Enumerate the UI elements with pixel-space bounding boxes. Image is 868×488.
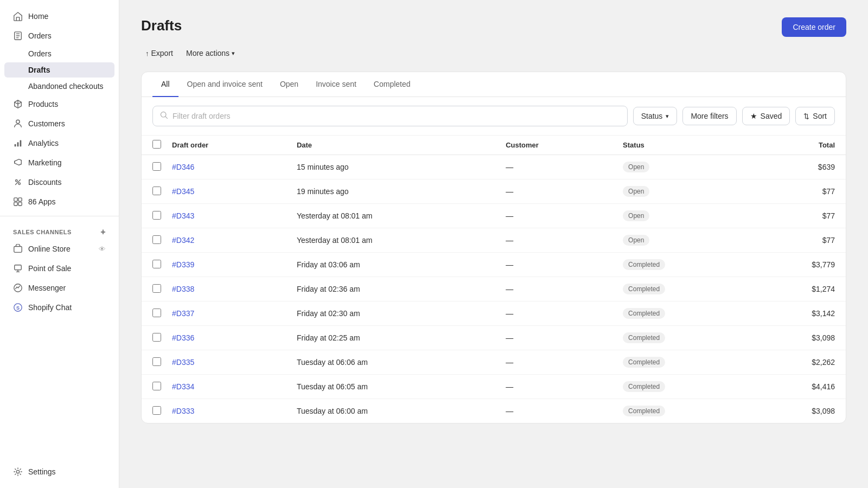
- row-checkbox[interactable]: [152, 211, 161, 220]
- draft-order-link[interactable]: #D346: [172, 163, 194, 171]
- sidebar-divider: [0, 216, 119, 216]
- row-total: $77: [749, 228, 846, 253]
- tab-invoice-sent[interactable]: Invoice sent: [307, 72, 365, 97]
- sidebar-marketing-label: Marketing: [28, 158, 61, 167]
- draft-order-link[interactable]: #D343: [172, 211, 194, 220]
- row-checkbox[interactable]: [152, 284, 161, 293]
- sort-button[interactable]: ⇅ Sort: [795, 107, 835, 125]
- row-draft-order: #D333: [161, 399, 286, 423]
- row-customer: —: [495, 399, 612, 423]
- export-icon: ↑: [145, 49, 149, 57]
- draft-order-link[interactable]: #D345: [172, 187, 194, 196]
- sidebar-item-messenger[interactable]: Messenger: [4, 279, 114, 297]
- row-customer: —: [495, 375, 612, 399]
- sidebar-settings-label: Settings: [28, 467, 56, 476]
- sidebar-item-analytics[interactable]: Analytics: [4, 134, 114, 152]
- row-checkbox-cell: [142, 253, 161, 277]
- row-status: Open: [612, 204, 749, 228]
- sidebar-subitem-drafts[interactable]: Drafts: [4, 62, 114, 78]
- draft-order-link[interactable]: #D342: [172, 236, 194, 245]
- saved-button[interactable]: ★ Saved: [742, 107, 790, 125]
- sidebar-item-chat[interactable]: S Shopify Chat: [4, 298, 114, 317]
- row-checkbox-cell: [142, 375, 161, 399]
- tab-completed[interactable]: Completed: [365, 72, 419, 97]
- row-checkbox[interactable]: [152, 357, 161, 366]
- table-row: #D342 Yesterday at 08:01 am — Open $77: [142, 228, 846, 253]
- sidebar-messenger-label: Messenger: [28, 284, 66, 292]
- row-customer: —: [495, 253, 612, 277]
- online-store-eye-icon[interactable]: 👁: [99, 245, 106, 253]
- sidebar-orders-sub-label: Orders: [28, 49, 52, 58]
- more-filters-button[interactable]: More filters: [682, 107, 736, 125]
- sidebar-subitem-abandoned[interactable]: Abandoned checkouts: [4, 79, 114, 94]
- row-checkbox[interactable]: [152, 309, 161, 317]
- tab-open-invoice[interactable]: Open and invoice sent: [178, 72, 271, 97]
- home-icon: [13, 11, 23, 21]
- sidebar-home-label: Home: [28, 12, 48, 21]
- row-checkbox[interactable]: [152, 406, 161, 415]
- draft-order-link[interactable]: #D338: [172, 285, 194, 293]
- row-draft-order: #D337: [161, 301, 286, 326]
- draft-order-link[interactable]: #D333: [172, 407, 194, 415]
- tab-all[interactable]: All: [152, 72, 178, 97]
- draft-order-link[interactable]: #D335: [172, 358, 194, 367]
- status-filter-button[interactable]: Status ▾: [633, 107, 678, 125]
- row-status: Open: [612, 228, 749, 253]
- row-checkbox-cell: [142, 399, 161, 423]
- table-row: #D334 Tuesday at 06:05 am — Completed $4…: [142, 375, 846, 399]
- row-checkbox[interactable]: [152, 382, 161, 390]
- svg-rect-4: [20, 140, 22, 147]
- sidebar-item-apps[interactable]: 86 Apps: [4, 192, 114, 211]
- sidebar-item-customers[interactable]: Customers: [4, 114, 114, 133]
- status-badge: Completed: [623, 259, 665, 270]
- sidebar-item-online-store[interactable]: Online Store 👁: [4, 240, 114, 258]
- sidebar-item-products[interactable]: Products: [4, 95, 114, 113]
- status-badge: Open: [623, 162, 649, 172]
- sidebar-item-discounts[interactable]: Discounts: [4, 173, 114, 191]
- sidebar-item-orders[interactable]: Orders: [4, 27, 114, 45]
- draft-order-link[interactable]: #D336: [172, 333, 194, 342]
- search-input[interactable]: [173, 112, 621, 120]
- create-order-button[interactable]: Create order: [782, 17, 846, 37]
- row-total: $1,274: [749, 277, 846, 301]
- sales-channels-header: SALES CHANNELS +: [0, 221, 119, 239]
- messenger-icon: [13, 283, 23, 293]
- row-checkbox[interactable]: [152, 162, 161, 171]
- export-button[interactable]: ↑ Export: [141, 46, 177, 61]
- row-checkbox-cell: [142, 228, 161, 253]
- row-customer: —: [495, 228, 612, 253]
- pos-icon: [13, 264, 23, 273]
- col-customer: Customer: [495, 136, 612, 155]
- sidebar-item-home[interactable]: Home: [4, 7, 114, 25]
- row-customer: —: [495, 326, 612, 350]
- row-checkbox[interactable]: [152, 187, 161, 195]
- draft-order-link[interactable]: #D339: [172, 260, 194, 269]
- sidebar-subitem-orders[interactable]: Orders: [4, 46, 114, 61]
- row-checkbox[interactable]: [152, 260, 161, 268]
- search-input-wrap: [152, 106, 628, 126]
- add-sales-channel-icon[interactable]: +: [100, 227, 106, 237]
- sidebar-drafts-label: Drafts: [28, 66, 50, 74]
- draft-order-link[interactable]: #D334: [172, 382, 194, 391]
- row-total: $639: [749, 155, 846, 179]
- sidebar-item-marketing[interactable]: Marketing: [4, 153, 114, 172]
- tab-open[interactable]: Open: [271, 72, 307, 97]
- online-store-icon: [13, 244, 23, 254]
- table-row: #D346 15 minutes ago — Open $639: [142, 155, 846, 179]
- status-badge: Completed: [623, 406, 665, 416]
- more-actions-button[interactable]: More actions ▾: [182, 46, 239, 61]
- sidebar-item-pos[interactable]: Point of Sale: [4, 259, 114, 278]
- row-checkbox[interactable]: [152, 235, 161, 244]
- row-draft-order: #D343: [161, 204, 286, 228]
- row-checkbox-cell: [142, 350, 161, 375]
- status-badge: Open: [623, 186, 649, 197]
- row-customer: —: [495, 179, 612, 204]
- row-total: $77: [749, 179, 846, 204]
- draft-order-link[interactable]: #D337: [172, 309, 194, 318]
- table-row: #D333 Tuesday at 06:00 am — Completed $3…: [142, 399, 846, 423]
- row-checkbox[interactable]: [152, 333, 161, 342]
- sidebar-item-settings[interactable]: Settings: [4, 463, 114, 481]
- select-all-checkbox[interactable]: [152, 140, 161, 149]
- row-total: $3,098: [749, 399, 846, 423]
- customers-icon: [13, 119, 23, 129]
